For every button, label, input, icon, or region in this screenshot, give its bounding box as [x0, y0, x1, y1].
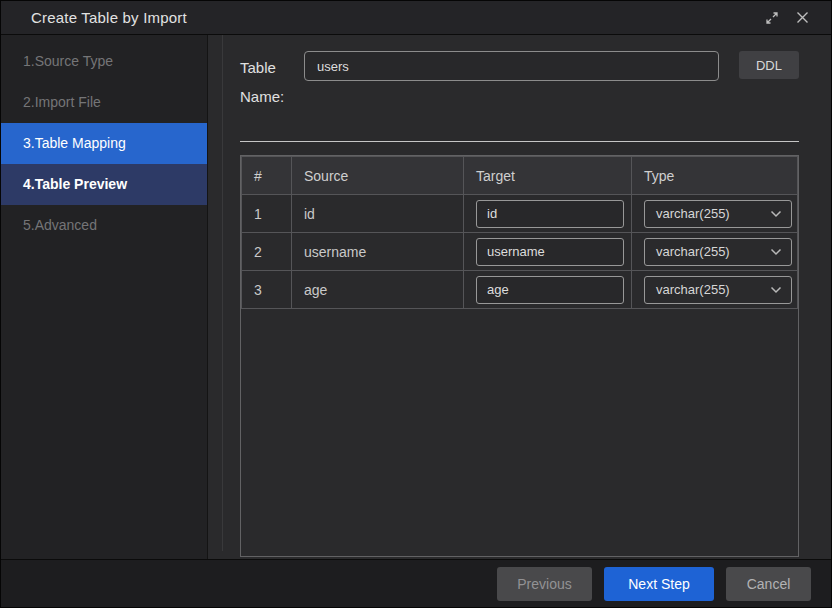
type-select-value: varchar(255) [656, 282, 730, 297]
table-row: 2 username varchar(255) [242, 233, 798, 271]
panel-divider [222, 35, 223, 551]
table-row: 1 id varchar(255) [242, 195, 798, 233]
target-input[interactable] [476, 200, 624, 228]
row-index-cell: 3 [242, 271, 292, 309]
mapping-table-container: # Source Target Type 1 id [240, 155, 799, 557]
source-cell: id [292, 195, 464, 233]
target-cell [464, 233, 632, 271]
dialog-title: Create Table by Import [31, 9, 187, 26]
step-import-file[interactable]: 2.Import File [1, 82, 207, 123]
mapping-table: # Source Target Type 1 id [241, 156, 798, 309]
source-cell: username [292, 233, 464, 271]
create-table-import-dialog: Create Table by Import 1.Source Type 2.I… [0, 0, 832, 608]
table-row: 3 age varchar(255) [242, 271, 798, 309]
type-cell: varchar(255) [632, 271, 798, 309]
wizard-steps-sidebar: 1.Source Type 2.Import File 3.Table Mapp… [1, 35, 208, 559]
row-index-cell: 2 [242, 233, 292, 271]
header-type: Type [632, 157, 798, 195]
dialog-titlebar: Create Table by Import [1, 1, 831, 35]
target-input[interactable] [476, 238, 624, 266]
chevron-down-icon [770, 286, 782, 294]
chevron-down-icon [770, 210, 782, 218]
previous-button[interactable]: Previous [497, 567, 592, 601]
row-index-cell: 1 [242, 195, 292, 233]
step-table-preview[interactable]: 4.Table Preview [1, 164, 207, 205]
source-cell: age [292, 271, 464, 309]
ddl-button[interactable]: DDL [739, 51, 799, 79]
step-advanced[interactable]: 5.Advanced [1, 205, 207, 246]
header-index: # [242, 157, 292, 195]
table-name-label: Table Name: [240, 51, 302, 111]
type-select[interactable]: varchar(255) [644, 276, 792, 304]
section-divider [240, 141, 799, 142]
type-select[interactable]: varchar(255) [644, 238, 792, 266]
expand-icon[interactable] [765, 11, 779, 25]
mapping-table-header-row: # Source Target Type [242, 157, 798, 195]
type-cell: varchar(255) [632, 233, 798, 271]
table-name-input[interactable] [304, 51, 719, 81]
chevron-down-icon [770, 248, 782, 256]
step-source-type[interactable]: 1.Source Type [1, 41, 207, 82]
dialog-footer: Previous Next Step Cancel [1, 559, 831, 607]
next-step-button[interactable]: Next Step [604, 567, 714, 601]
target-cell [464, 271, 632, 309]
cancel-button[interactable]: Cancel [726, 567, 811, 601]
target-cell [464, 195, 632, 233]
type-select[interactable]: varchar(255) [644, 200, 792, 228]
table-mapping-panel: Table Name: DDL # Source Target Type [208, 35, 831, 559]
type-select-value: varchar(255) [656, 244, 730, 259]
type-cell: varchar(255) [632, 195, 798, 233]
header-source: Source [292, 157, 464, 195]
titlebar-actions [765, 11, 809, 25]
close-icon[interactable] [796, 11, 809, 24]
table-name-row: Table Name: DDL [240, 51, 799, 111]
step-table-mapping[interactable]: 3.Table Mapping [1, 123, 207, 164]
type-select-value: varchar(255) [656, 206, 730, 221]
target-input[interactable] [476, 276, 624, 304]
header-target: Target [464, 157, 632, 195]
